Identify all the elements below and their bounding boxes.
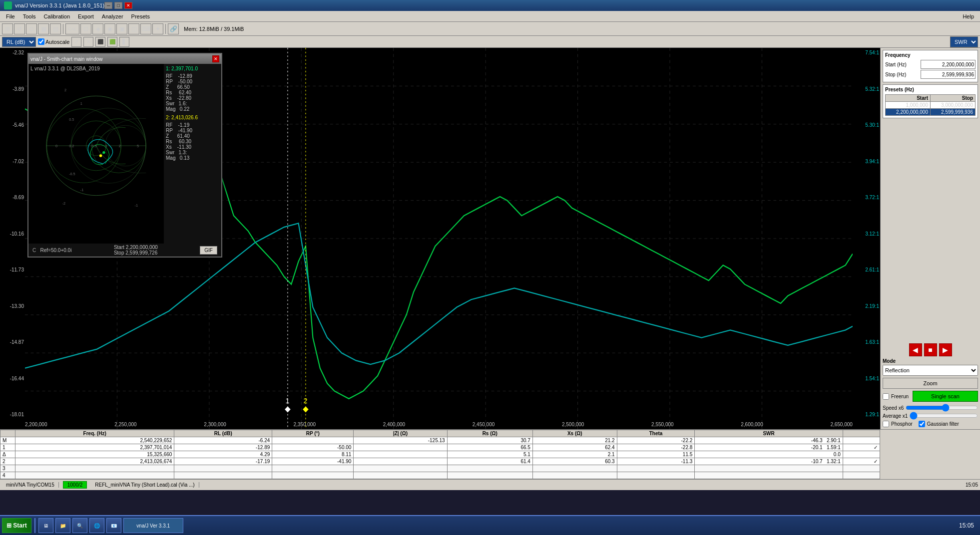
minimize-button[interactable]: ─ [104,2,112,9]
toolbar-btn-7[interactable]: ⊡ [80,23,91,34]
td-4-extra [843,472,880,479]
y-right-2: 5.30:1 [854,122,879,128]
x-label-5: 2,450,000 [473,422,495,427]
x-label-0: 2,200,000 [25,422,47,427]
taskbar-vna[interactable]: vna/J Ver 3.3.1 [123,518,183,533]
nav-prev-btn[interactable]: ◀ [909,343,922,356]
toolbar-btn-1[interactable]: ⊞ [2,23,13,34]
toolbar-btn-3[interactable]: ⊙ [26,23,37,34]
smith-close-button[interactable]: ✕ [212,55,219,62]
toolbar-btn-11[interactable]: ◫ [128,23,139,34]
toolbar-btn-8[interactable]: ◈ [92,23,103,34]
td-2-rl: -17.19 [174,458,272,465]
taskbar-btn-3[interactable]: 🔍 [72,518,87,533]
th-rs: Rs (Ω) [447,430,532,437]
cb-btn-2[interactable]: ✕ [83,37,93,47]
maximize-button[interactable]: □ [114,2,122,9]
toolbar-cal-btn[interactable]: CAL [65,23,79,34]
y-right-5: 3.12:1 [854,231,879,237]
phosphor-checkbox[interactable] [883,421,889,427]
table-row-delta: Δ 15,325,660 4.29 8.11 5.1 2.1 11.5 0.0 [0,451,880,458]
frequency-stop-input[interactable] [921,70,976,79]
menu-help[interactable]: Help [959,12,978,20]
phosphor-row: Phosphor Gaussian filter [883,421,978,427]
svg-text:0: 0 [55,144,57,148]
frequency-start-input[interactable] [921,60,976,69]
nav-next-btn[interactable]: ▶ [939,343,952,356]
y-label-9: -16.44 [1,376,24,381]
taskbar-btn-4[interactable]: 🌐 [89,518,104,533]
td-m-z: -125.13 [354,437,447,444]
mode-dropdown[interactable]: Reflection [883,365,978,376]
presets-row-0[interactable]: 1,000,000 3,000,000,000 [886,102,976,109]
taskbar-btn-1[interactable]: 🖥 [38,518,53,533]
taskbar-btn-2[interactable]: 📁 [55,518,70,533]
avg-row: Average x1 [883,412,978,420]
scan-controls: Freerun Single scan Speed x6 Average x1 … [883,391,978,427]
y-label-1: -3.89 [1,86,24,92]
start-button[interactable]: ⊞ Start [2,518,31,533]
zoom-button[interactable]: Zoom [883,378,978,389]
taskbar-btn-5[interactable]: 📧 [106,518,121,533]
toolbar-btn-10[interactable]: ▣ [116,23,127,34]
presets-title: Presets (Hz) [885,87,976,92]
mode-select[interactable]: RL (dB) [2,37,36,47]
toolbar-btn-5[interactable]: ▤ [50,23,61,34]
smith-gif-button[interactable]: GIF [200,246,217,255]
svg-text:0.5: 0.5 [69,117,74,122]
cb-btn-4[interactable]: 🟩 [107,37,117,47]
td-m-theta: -22.2 [617,437,695,444]
td-d-rl: 4.29 [174,451,272,458]
y-label-8: -14.87 [1,339,24,345]
nav-stop-btn[interactable]: ■ [924,343,937,356]
table-row-m: M 2,540,229,652 -6.24 -125.13 30.7 21.2 … [0,437,880,444]
presets-row-1[interactable]: 2,200,000,000 2,599,999,936 [886,109,976,116]
td-m-swr: -46.3 2.90:1 [695,437,843,444]
smith-window: vna/J - Smith-chart main window ✕ L vna/… [27,53,222,258]
frequency-stop-row: Stop (Hz) [885,70,976,79]
y-right-6: 2.61:1 [854,267,879,272]
td-4-rl [174,472,272,479]
td-1-rp: -50.00 [272,444,354,451]
toolbar-btn-2[interactable]: ↺ [14,23,25,34]
menu-analyzer[interactable]: Analyzer [98,12,127,20]
td-m-freq: 2,540,229,652 [15,437,174,444]
th-label [0,430,15,437]
toolbar-btn-4[interactable]: ▦ [38,23,49,34]
cb-btn-3[interactable]: ⬛ [95,37,105,47]
toolbar-btn-12[interactable]: ⌨ [140,23,151,34]
taskbar-sep [34,518,35,533]
autoscale-checkbox[interactable] [38,38,44,45]
titlebar-title: vna/J Version 3.3.1 (Java 1.8.0_151) [15,2,104,8]
x-label-4: 2,400,000 [383,422,406,427]
freerun-checkbox[interactable] [883,393,889,400]
nav-buttons: ◀ ■ ▶ [883,343,978,356]
svg-text:2: 2 [119,144,121,148]
td-d-rs: 5.1 [447,451,532,458]
svg-text:-2: -2 [62,201,65,206]
menu-tools[interactable]: Tools [19,12,40,20]
gaussian-checkbox[interactable] [919,421,925,427]
menu-export[interactable]: Export [74,12,98,20]
y-label-4: -8.69 [1,195,24,200]
avg-slider[interactable] [910,412,978,420]
menu-file[interactable]: File [2,12,19,20]
td-3-rl [174,465,272,472]
close-button[interactable]: ✕ [124,2,132,9]
speed-slider[interactable] [906,404,978,412]
toolbar-btn-9[interactable]: ◉ [104,23,115,34]
cb-btn-5[interactable]: ▋ [119,37,129,47]
y-label-3: -7.02 [1,159,24,164]
menu-presets[interactable]: Presets [127,12,154,20]
swr-dropdown[interactable]: SWR [950,36,978,47]
smith-titlebar[interactable]: vna/J - Smith-chart main window ✕ [28,54,221,64]
toolbar-link-btn[interactable]: 🔗 [168,23,179,34]
td-m-rl: -6.24 [174,437,272,444]
smith-marker1-label: 1: 2,397,701.0 [166,66,219,71]
cb-btn-1[interactable]: ⤢ [71,37,81,47]
menu-calibration[interactable]: Calibration [39,12,74,20]
toolbar-btn-13[interactable]: ✦ [152,23,163,34]
single-scan-button[interactable]: Single scan [913,391,978,402]
svg-text:1: 1 [80,101,82,106]
x-label-8: 2,600,000 [741,422,763,427]
